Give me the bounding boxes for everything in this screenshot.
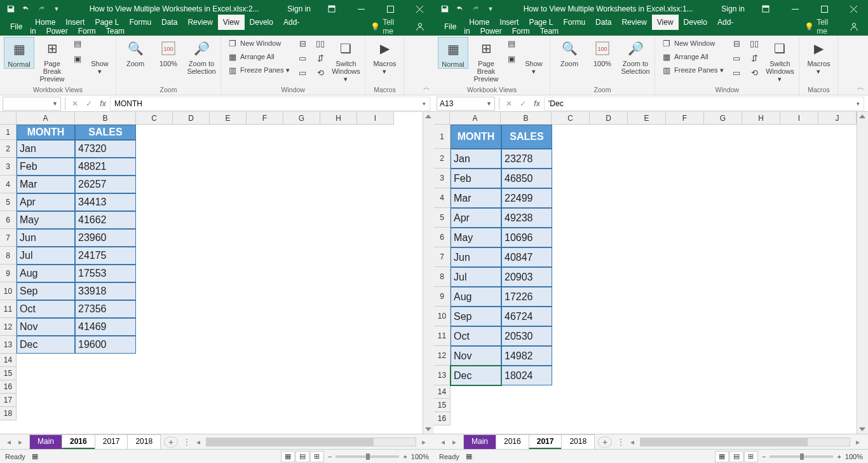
collapse-ribbon-icon[interactable]: ︿ — [857, 83, 864, 92]
row-header[interactable]: 15 — [0, 367, 17, 380]
unhide-button[interactable]: ▭ — [295, 66, 310, 79]
data-cell[interactable]: 48821 — [75, 158, 136, 176]
share-icon[interactable] — [843, 22, 865, 32]
hide-button[interactable]: ▭ — [729, 52, 744, 64]
close-button[interactable] — [839, 0, 868, 18]
data-cell[interactable]: 41662 — [75, 211, 136, 229]
menu-tab-review[interactable]: Review — [616, 15, 651, 30]
view-layout-icon[interactable]: ▤ — [729, 451, 743, 462]
col-header[interactable]: E — [210, 112, 247, 125]
hide-button[interactable]: ▭ — [295, 52, 310, 64]
data-cell[interactable]: 23278 — [501, 149, 552, 169]
show-button[interactable]: Show▾ — [88, 37, 112, 75]
data-cell[interactable]: 23960 — [75, 229, 136, 247]
row-header[interactable]: 15 — [434, 399, 451, 412]
arrange-all-button[interactable]: ▦Arrange All — [659, 50, 726, 63]
data-cell[interactable]: Apr — [451, 208, 501, 228]
add-sheet-button[interactable]: + — [164, 436, 178, 448]
sheet-nav-prev[interactable]: ◂ — [438, 438, 448, 446]
ribbon-display-icon[interactable] — [317, 0, 346, 18]
row-header[interactable]: 1 — [0, 125, 17, 140]
custom-views-button[interactable]: ▣ — [70, 52, 85, 65]
menu-tab-view[interactable]: View — [652, 15, 679, 30]
row-header[interactable]: 7 — [0, 229, 17, 247]
fx-icon[interactable]: fx — [530, 99, 544, 108]
name-box[interactable]: A13▼ — [437, 97, 495, 111]
col-header[interactable]: I — [780, 112, 818, 125]
data-cell[interactable]: May — [451, 228, 501, 247]
macro-record-icon[interactable]: ▦ — [32, 452, 38, 460]
custom-views-button[interactable]: ▣ — [504, 52, 519, 65]
data-cell[interactable]: Jan — [17, 140, 75, 158]
data-cell[interactable]: Jul — [451, 267, 501, 287]
sync-scroll-button[interactable]: ⇵ — [313, 52, 328, 64]
data-cell[interactable]: Oct — [17, 300, 75, 318]
table-header-cell[interactable]: SALES — [501, 125, 552, 149]
zoom-selection-button[interactable]: 🔎Zoom to Selection — [186, 37, 217, 75]
menu-tab-data[interactable]: Data — [590, 15, 616, 30]
qa-dropdown-icon[interactable]: ▼ — [50, 2, 64, 16]
page-layout-button[interactable]: ▤ — [504, 37, 519, 50]
view-normal-icon[interactable]: ▦ — [715, 451, 729, 462]
row-header[interactable]: 2 — [0, 140, 17, 158]
vertical-scrollbar[interactable] — [423, 112, 434, 434]
sheet-tab-2016[interactable]: 2016 — [496, 434, 529, 449]
sheet-tab-main[interactable]: Main — [29, 434, 62, 449]
zoom-selection-button[interactable]: 🔎Zoom to Selection — [620, 37, 651, 75]
data-cell[interactable]: Mar — [17, 176, 75, 193]
row-header[interactable]: 2 — [434, 149, 451, 169]
zoom-level[interactable]: 100% — [411, 453, 429, 460]
view-layout-icon[interactable]: ▤ — [295, 451, 309, 462]
name-box[interactable]: ▼ — [3, 97, 61, 111]
col-header[interactable]: J — [818, 112, 857, 125]
enter-formula-icon[interactable]: ✓ — [516, 99, 530, 108]
page-break-button[interactable]: ⊞Page Break Preview — [471, 37, 501, 83]
row-header[interactable]: 6 — [434, 228, 451, 247]
row-header[interactable]: 9 — [434, 287, 451, 307]
row-header[interactable]: 13 — [434, 366, 451, 385]
sheet-tab-2018[interactable]: 2018 — [127, 434, 161, 449]
data-cell[interactable]: Jul — [17, 247, 75, 265]
redo-icon[interactable] — [468, 2, 482, 16]
data-cell[interactable]: Jun — [451, 247, 501, 267]
row-header[interactable]: 18 — [0, 407, 17, 420]
data-cell[interactable]: 34413 — [75, 193, 136, 211]
menu-tab-develo[interactable]: Develo — [245, 15, 278, 30]
sheet-nav-next[interactable]: ▸ — [15, 438, 25, 446]
sheet-nav-prev[interactable]: ◂ — [4, 438, 14, 446]
col-header[interactable]: C — [136, 112, 173, 125]
view-break-icon[interactable]: ⊞ — [744, 451, 758, 462]
row-header[interactable]: 5 — [0, 193, 17, 211]
split-button[interactable]: ⊟ — [295, 37, 310, 50]
hscroll-right[interactable]: ▸ — [419, 438, 429, 446]
horizontal-scrollbar[interactable] — [640, 438, 850, 446]
sheet-tab-2018[interactable]: 2018 — [561, 434, 595, 449]
fx-icon[interactable]: fx — [96, 99, 110, 108]
zoom-slider[interactable] — [770, 455, 833, 458]
col-header[interactable]: G — [704, 112, 742, 125]
file-tab[interactable]: File — [437, 19, 464, 34]
zoom-out-icon[interactable]: − — [328, 453, 332, 460]
col-header[interactable]: D — [173, 112, 210, 125]
select-all-corner[interactable] — [434, 112, 450, 125]
add-sheet-button[interactable]: + — [598, 436, 612, 448]
row-header[interactable]: 4 — [0, 176, 17, 193]
data-cell[interactable]: Sep — [17, 282, 75, 300]
table-header-cell[interactable]: SALES — [75, 125, 136, 140]
col-header[interactable]: B — [501, 112, 552, 125]
hscroll-left[interactable]: ◂ — [193, 438, 203, 446]
data-cell[interactable]: 10696 — [501, 228, 552, 247]
row-header[interactable]: 12 — [434, 346, 451, 366]
zoom-out-icon[interactable]: − — [762, 453, 766, 460]
reset-pos-button[interactable]: ⟲ — [313, 66, 328, 79]
hscroll-left[interactable]: ◂ — [627, 438, 637, 446]
sheet-tab-2016[interactable]: 2016 — [62, 434, 95, 449]
minimize-button[interactable] — [780, 0, 810, 18]
data-cell[interactable]: 47320 — [75, 140, 136, 158]
chevron-down-icon[interactable]: ▾ — [423, 100, 426, 107]
col-header[interactable]: H — [320, 112, 357, 125]
undo-icon[interactable] — [453, 2, 467, 16]
row-header[interactable]: 16 — [434, 412, 451, 425]
data-cell[interactable]: Aug — [451, 287, 501, 307]
formula-input[interactable]: 'Dec▾ — [544, 97, 864, 111]
